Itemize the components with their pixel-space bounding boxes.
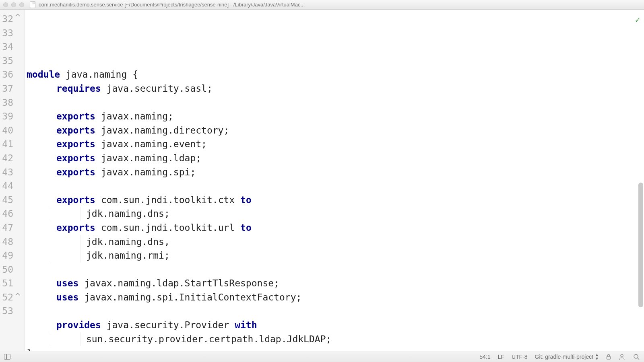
- readonly-toggle[interactable]: [606, 354, 611, 360]
- fold-stripe[interactable]: [15, 10, 21, 351]
- file-icon: [30, 1, 35, 8]
- git-branch-widget[interactable]: Git: gradle-multi-project ▲▼: [535, 353, 599, 361]
- chevron-updown-icon: ▲▼: [595, 353, 599, 361]
- close-window-button[interactable]: [3, 2, 8, 7]
- line-number[interactable]: 42: [0, 151, 13, 165]
- hector-icon: [618, 353, 625, 360]
- code-line[interactable]: uses javax.naming.ldap.StartTlsResponse;: [27, 276, 644, 290]
- caret-position[interactable]: 54:1: [479, 354, 490, 360]
- git-branch-label: Git: gradle-multi-project: [535, 354, 594, 360]
- fold-expand-icon[interactable]: [15, 292, 20, 297]
- gutter[interactable]: 3233343536373839404142434445464748495051…: [0, 10, 25, 351]
- window-title: com.mechanitis.demo.sense.service [~/Doc…: [39, 2, 641, 8]
- code-line[interactable]: module java.naming {: [27, 68, 644, 82]
- line-number[interactable]: 46: [0, 207, 13, 221]
- line-number[interactable]: 35: [0, 54, 13, 68]
- code-line[interactable]: provides java.security.Provider with: [27, 318, 644, 332]
- code-line[interactable]: uses javax.naming.spi.InitialContextFact…: [27, 290, 644, 304]
- svg-line-3: [638, 358, 639, 360]
- line-number[interactable]: 48: [0, 235, 13, 249]
- line-number[interactable]: 51: [0, 276, 13, 290]
- code-line[interactable]: exports javax.naming;: [27, 109, 644, 123]
- search-everywhere[interactable]: [633, 353, 640, 360]
- line-number[interactable]: 39: [0, 109, 13, 123]
- editor[interactable]: 3233343536373839404142434445464748495051…: [0, 10, 644, 351]
- svg-rect-0: [607, 356, 611, 359]
- code-line[interactable]: [27, 96, 644, 110]
- code-line[interactable]: exports javax.naming.spi;: [27, 165, 644, 179]
- code-line[interactable]: jdk.naming.dns,: [27, 235, 644, 249]
- tool-window-toggle[interactable]: [4, 354, 10, 360]
- code-line[interactable]: sun.security.provider.certpath.ldap.JdkL…: [27, 332, 644, 346]
- line-number[interactable]: 45: [0, 193, 13, 207]
- line-number[interactable]: 53: [0, 304, 13, 318]
- code-line[interactable]: [27, 179, 644, 193]
- line-number[interactable]: 47: [0, 221, 13, 235]
- line-number[interactable]: 43: [0, 165, 13, 179]
- line-number[interactable]: 52: [0, 290, 13, 304]
- code-area[interactable]: ✓ module java.naming {requires java.secu…: [25, 10, 644, 351]
- line-number[interactable]: 40: [0, 123, 13, 138]
- code-line[interactable]: }: [27, 346, 644, 351]
- line-number[interactable]: 38: [0, 96, 13, 110]
- line-number[interactable]: 37: [0, 82, 13, 96]
- code-line[interactable]: requires java.security.sasl;: [27, 82, 644, 96]
- code-line[interactable]: exports javax.naming.ldap;: [27, 151, 644, 165]
- code-line[interactable]: exports com.sun.jndi.toolkit.url to: [27, 221, 644, 235]
- lock-icon: [606, 354, 611, 360]
- status-bar: 54:1 LF UTF-8 Git: gradle-multi-project …: [0, 351, 644, 362]
- code-line[interactable]: exports javax.naming.directory;: [27, 123, 644, 138]
- code-line[interactable]: exports javax.naming.event;: [27, 137, 644, 151]
- svg-point-1: [621, 354, 623, 356]
- code-line[interactable]: [27, 263, 644, 277]
- code-line[interactable]: jdk.naming.rmi;: [27, 249, 644, 263]
- hector-inspector[interactable]: [618, 353, 625, 360]
- line-number[interactable]: 32: [0, 12, 13, 26]
- code-line[interactable]: exports com.sun.jndi.toolkit.ctx to: [27, 193, 644, 207]
- code-line[interactable]: [27, 304, 644, 318]
- fold-collapse-icon[interactable]: [15, 14, 20, 19]
- file-encoding[interactable]: UTF-8: [512, 354, 528, 360]
- line-number[interactable]: 41: [0, 137, 13, 151]
- line-number[interactable]: 50: [0, 263, 13, 277]
- zoom-window-button[interactable]: [19, 2, 24, 7]
- titlebar: com.mechanitis.demo.sense.service [~/Doc…: [0, 0, 644, 10]
- line-number[interactable]: 33: [0, 26, 13, 40]
- line-number[interactable]: 49: [0, 249, 13, 263]
- svg-point-2: [634, 354, 638, 358]
- window-controls: [3, 2, 24, 7]
- code-line[interactable]: jdk.naming.dns;: [27, 207, 644, 221]
- line-number[interactable]: 34: [0, 40, 13, 54]
- pane-icon: [4, 354, 10, 360]
- minimize-window-button[interactable]: [11, 2, 16, 7]
- search-icon: [633, 353, 640, 360]
- line-separator[interactable]: LF: [498, 354, 504, 360]
- inspection-ok-icon[interactable]: ✓: [635, 13, 640, 27]
- line-number[interactable]: 36: [0, 68, 13, 82]
- line-number[interactable]: 44: [0, 179, 13, 193]
